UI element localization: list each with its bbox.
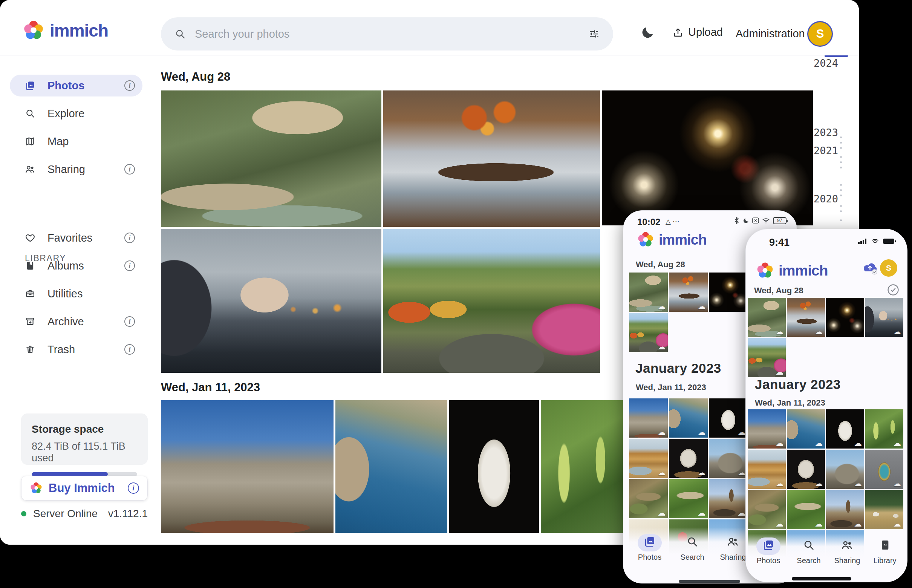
sidebar-item-label: Map [47,135,69,148]
select-all-check-icon [887,283,899,296]
photo-lizard: ☁ [629,479,668,518]
photo-beach-cliff: ☁ [629,439,668,478]
immich-flower-icon [756,262,774,279]
immich-logo: immich [756,262,828,279]
sidebar-item-label: Utilities [47,288,82,300]
photo-bust[interactable] [449,400,539,533]
date-group-header: Wed, Jan 11, 2023 [636,383,706,393]
info-icon[interactable]: i [124,80,135,91]
photo-dinner[interactable] [383,90,600,227]
home-indicator [679,580,740,583]
tab-library: Library [867,539,903,565]
sidebar-item-trash[interactable]: Trash i [10,338,142,360]
info-icon[interactable]: i [124,260,135,271]
sidebar-item-map[interactable]: Map [10,131,142,152]
photo-lizard-moss: ☁ [669,479,708,518]
timeline-year[interactable]: 2023 [810,127,838,138]
tab-label: Photos [750,556,786,565]
server-status-row: Server Online v1.112.1 [21,508,148,520]
battery-icon: 97 [773,217,786,224]
immich-logo: immich [637,231,707,249]
photo-berries: ☁ [865,409,903,449]
sidebar-item-utilities[interactable]: Utilities [10,283,142,305]
search-filters-icon[interactable] [588,28,600,40]
sidebar-item-favorites[interactable]: Favorites i [10,227,142,249]
timeline-year[interactable]: 2020 [810,193,838,205]
immich-logo[interactable]: immich [23,19,108,42]
photo-autumn-path[interactable] [383,229,600,373]
photo-autumn-path: ☁ [629,313,668,352]
timeline-year[interactable]: 2024 [810,57,838,69]
photo-ornate-tower: ☁ [865,450,903,489]
tab-sharing: Sharing [829,539,865,565]
sidebar: Photos i Explore Map Sharing [0,55,152,544]
photo-lizard-moss: ☁ [787,490,825,529]
bottom-nav: Photos Search Sharing Lib [746,534,907,582]
buy-immich-button[interactable]: Buy Immich i [21,476,148,501]
upload-button[interactable]: Upload [670,26,725,39]
server-online-dot [21,511,26,516]
date-group-header: Wed, Jan 11, 2023 [161,381,260,394]
info-icon[interactable]: i [124,316,135,327]
sidebar-item-photos[interactable]: Photos i [10,74,142,97]
battery-icon [883,239,894,244]
photo-fortress: ☁ [629,398,668,438]
info-icon[interactable]: i [124,164,135,174]
timeline-year[interactable]: 2021 [810,145,838,157]
search-bar[interactable] [161,17,613,50]
info-icon[interactable]: i [124,233,135,243]
sidebar-item-label: Sharing [47,163,85,176]
status-system-icons: 97 [733,217,786,224]
photo-monkeys[interactable] [161,90,381,227]
sim-card-icon [752,218,759,223]
people-icon [727,536,739,548]
archive-icon [25,316,36,327]
tab-search: Search [674,536,710,562]
sidebar-item-archive[interactable]: Archive i [10,310,142,333]
logo-text: immich [50,20,108,41]
photo-bust: ☁ [709,398,748,438]
photo-fortress: ☁ [748,409,786,449]
people-icon [25,164,36,174]
sidebar-item-albums[interactable]: Albums i [10,255,142,277]
tab-label: Library [867,556,903,565]
immich-flower-icon [30,482,43,494]
immich-flower-icon [23,19,44,42]
photo-coastal-town[interactable] [336,400,447,533]
info-icon[interactable]: i [128,483,139,494]
photo-coastal-town: ☁ [787,409,825,449]
app-header: immich Upload [0,0,859,55]
server-status-label: Server Online [33,508,98,520]
photo-hands[interactable] [161,229,381,373]
page: immich Upload [0,0,912,588]
info-icon[interactable]: i [124,344,135,355]
photo-berries[interactable] [541,400,624,533]
wifi-icon [762,218,770,224]
home-indicator [792,577,851,580]
administration-link[interactable]: Administration [733,27,807,40]
photo-lizard: ☁ [748,490,786,529]
photo-clock-tower: ☁ [826,490,864,529]
sidebar-item-sharing[interactable]: Sharing i [10,158,142,180]
upload-label: Upload [688,26,723,39]
library-icon [879,539,891,551]
theme-toggle-button[interactable] [638,25,657,40]
status-time: 10:02 [637,217,660,227]
cloud-backup-icon [862,261,878,275]
heart-icon [25,233,36,243]
photo-stone-face: ☁ [787,450,825,489]
photo-fireworks[interactable] [602,90,813,225]
photo-monkeys: ☁ [748,298,786,337]
user-avatar[interactable]: S [807,21,833,47]
sidebar-item-explore[interactable]: Explore [10,103,142,124]
toolbox-icon [25,288,36,299]
date-group-header: Wed, Aug 28 [636,260,685,270]
sidebar-item-label: Archive [47,315,84,328]
photos-icon [644,536,656,548]
photo-autumn-path: ☁ [748,338,786,377]
photo-fortress[interactable] [161,400,334,533]
status-notification-icons: △ ⋯ [665,218,680,226]
search-input[interactable] [194,27,580,41]
upload-icon [672,27,684,38]
month-heading: January 2023 [635,361,721,376]
